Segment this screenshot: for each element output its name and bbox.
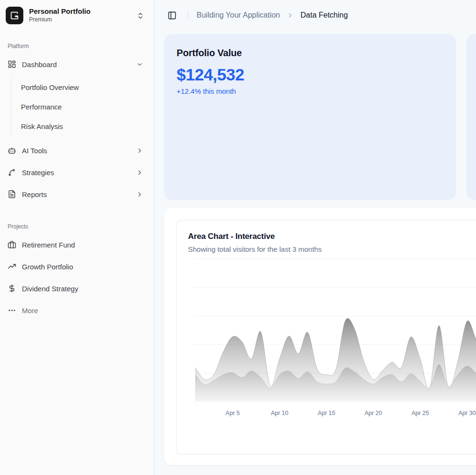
top-bar: Building Your Application Data Fetching: [154, 0, 476, 30]
svg-text:Apr 5: Apr 5: [226, 410, 240, 416]
sidebar: Personal Portfolio Premium Platform Dash…: [0, 0, 154, 475]
chevron-right-icon: [136, 169, 143, 176]
subitem-label: Portfolio Overview: [21, 83, 79, 91]
portfolio-value-card: Portfolio Value $124,532 +12.4% this mon…: [164, 34, 456, 200]
sidebar-item-label: AI Tools: [22, 147, 130, 155]
layout-dashboard-icon: [8, 60, 16, 69]
sidebar-subitem-risk-analysis[interactable]: Risk Analysis: [21, 117, 149, 136]
group-label-projects: Projects: [5, 223, 149, 230]
wallet-icon: [6, 7, 23, 24]
team-switcher[interactable]: Personal Portfolio Premium: [5, 6, 149, 25]
metric-title: Portfolio Value: [177, 48, 444, 59]
svg-text:Apr 10: Apr 10: [271, 410, 288, 416]
spline-icon: [8, 168, 16, 177]
sidebar-subitem-performance[interactable]: Performance: [21, 97, 149, 117]
sidebar-item-label: More: [22, 307, 146, 315]
sidebar-item-label: Strategies: [22, 168, 130, 177]
breadcrumb-parent[interactable]: Building Your Application: [197, 11, 280, 20]
main-content: Building Your Application Data Fetching …: [154, 0, 476, 475]
sidebar-item-dividend-strategy[interactable]: Dividend Strategy: [5, 280, 149, 297]
svg-text:Apr 20: Apr 20: [365, 410, 382, 416]
sidebar-item-label: Reports: [22, 190, 130, 198]
sidebar-item-ai-tools[interactable]: AI Tools: [5, 142, 149, 159]
ellipsis-icon: [8, 306, 16, 315]
sidebar-subitem-portfolio-overview[interactable]: Portfolio Overview: [21, 78, 149, 97]
chevron-down-icon: [136, 61, 143, 68]
dollar-sign-icon: [8, 284, 16, 293]
bot-icon: [8, 146, 16, 155]
chart-subtitle: Showing total visitors for the last 3 mo…: [188, 245, 476, 253]
team-plan: Premium: [29, 16, 131, 24]
svg-text:Apr 30: Apr 30: [458, 410, 476, 416]
chart-header: Area Chart - Interactive Showing total v…: [177, 220, 476, 253]
team-name: Personal Portfolio: [29, 7, 131, 16]
sidebar-item-strategies[interactable]: Strategies: [5, 164, 149, 181]
area-chart-card: Area Chart - Interactive Showing total v…: [176, 220, 476, 455]
metric-value: $124,532: [177, 65, 444, 84]
sidebar-item-dashboard[interactable]: Dashboard: [5, 56, 149, 73]
app-window: Personal Portfolio Premium Platform Dash…: [0, 0, 476, 475]
subitem-label: Performance: [21, 103, 62, 111]
svg-text:Apr 25: Apr 25: [411, 410, 429, 416]
sidebar-item-label: Dashboard: [22, 60, 130, 69]
metric-card-partial: [466, 34, 476, 200]
metric-change: +12.4% this month: [177, 87, 444, 95]
sidebar-group-platform: Platform Dashboard Portfolio Overview Pe…: [5, 42, 149, 203]
sidebar-item-retirement-fund[interactable]: Retirement Fund: [5, 236, 149, 253]
group-label-platform: Platform: [5, 42, 149, 50]
team-info: Personal Portfolio Premium: [29, 7, 131, 23]
sidebar-item-growth-portfolio[interactable]: Growth Portfolio: [5, 258, 149, 275]
chevron-right-icon: [287, 12, 294, 19]
chevron-right-icon: [136, 147, 143, 154]
sidebar-item-reports[interactable]: Reports: [5, 186, 149, 203]
sidebar-item-more[interactable]: More: [5, 302, 149, 319]
sidebar-item-label: Growth Portfolio: [22, 263, 146, 271]
dashboard-submenu: Portfolio Overview Performance Risk Anal…: [11, 78, 149, 136]
sidebar-item-label: Retirement Fund: [22, 241, 146, 249]
breadcrumb: Building Your Application Data Fetching: [197, 11, 348, 20]
panel-left-icon: [168, 11, 177, 20]
chevrons-up-down-icon: [137, 12, 144, 20]
subitem-label: Risk Analysis: [21, 122, 63, 130]
file-text-icon: [8, 190, 16, 198]
sidebar-item-label: Dividend Strategy: [22, 285, 146, 293]
briefcase-icon: [8, 240, 16, 249]
chevron-right-icon: [136, 191, 143, 198]
sidebar-toggle-button[interactable]: [165, 8, 179, 22]
area-chart[interactable]: Apr 5Apr 10Apr 15Apr 20Apr 25Apr 30: [177, 257, 476, 419]
trending-up-icon: [8, 262, 16, 271]
header-separator: [188, 10, 188, 20]
svg-text:Apr 15: Apr 15: [317, 410, 335, 416]
breadcrumb-current: Data Fetching: [300, 11, 348, 20]
chart-panel: Area Chart - Interactive Showing total v…: [164, 208, 476, 465]
chart-title: Area Chart - Interactive: [188, 232, 476, 241]
sidebar-group-projects: Projects Retirement Fund Growth Portfoli…: [5, 223, 149, 319]
